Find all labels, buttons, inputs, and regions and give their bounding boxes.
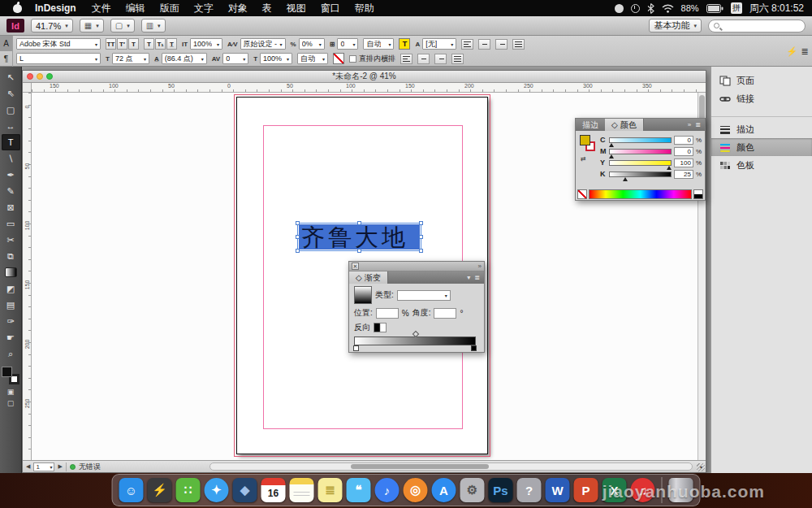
- dock-powerpoint[interactable]: P: [574, 478, 598, 502]
- align-right-button[interactable]: [495, 39, 508, 50]
- hand-tool[interactable]: ☛: [2, 329, 20, 345]
- case-group-2[interactable]: T: [128, 38, 139, 50]
- frame-handle[interactable]: [296, 221, 300, 225]
- channel-C-value[interactable]: 0: [674, 136, 693, 145]
- mojikumi-select[interactable]: 自动▾: [363, 38, 394, 50]
- close-panel-icon[interactable]: ✕: [352, 263, 359, 270]
- menu-file[interactable]: 文件: [84, 0, 119, 16]
- fill-stroke-proxy[interactable]: [2, 367, 19, 384]
- battery-icon[interactable]: [706, 4, 723, 13]
- swap-fill-stroke-icon[interactable]: ⇄: [581, 155, 586, 163]
- panel-menu-icon[interactable]: ≣: [474, 274, 480, 281]
- panel-menu-icon[interactable]: ▾: [467, 274, 470, 281]
- selection-tool[interactable]: ↖: [2, 69, 20, 85]
- status-app-icon[interactable]: [615, 4, 624, 13]
- channel-K-slider[interactable]: [609, 172, 672, 177]
- time-machine-icon[interactable]: [631, 4, 640, 13]
- apple-menu-icon[interactable]: [13, 4, 22, 13]
- frame-handle[interactable]: [296, 249, 300, 253]
- kerning-field[interactable]: 原始设定 -▾: [240, 38, 286, 50]
- screen-mode-button[interactable]: ▢▾: [110, 19, 135, 33]
- minimize-window-button[interactable]: [37, 73, 43, 80]
- scissors-tool[interactable]: ✂: [2, 232, 20, 248]
- menu-table[interactable]: 表: [255, 0, 279, 16]
- case-group-1[interactable]: T′: [117, 38, 127, 50]
- align-justify-button[interactable]: [451, 54, 464, 64]
- paragraph-formatting-mode[interactable]: ¶: [0, 51, 12, 67]
- ruler-origin-corner[interactable]: [23, 83, 32, 93]
- dock-stickies[interactable]: ≣: [318, 478, 343, 502]
- font-family-select[interactable]: Adobe 宋体 Std▾: [16, 38, 101, 50]
- zoom-level-select[interactable]: 41.7%▾: [31, 19, 73, 33]
- none-swatch[interactable]: [577, 189, 587, 199]
- kinsoku-select[interactable]: 自动▾: [297, 53, 328, 64]
- frame-handle[interactable]: [357, 221, 361, 225]
- horizontal-scroll-thumb[interactable]: [351, 464, 489, 469]
- gradient-panel-drag-bar[interactable]: ✕ »: [349, 262, 484, 271]
- next-page-button[interactable]: ▶: [58, 463, 62, 470]
- menu-type[interactable]: 文字: [187, 0, 221, 16]
- gradient-ramp[interactable]: [354, 336, 476, 345]
- case-group-0[interactable]: TT: [106, 38, 116, 50]
- channel-C-slider[interactable]: [609, 137, 672, 143]
- zoom-window-button[interactable]: [46, 73, 53, 80]
- page-tool[interactable]: ▢: [2, 102, 20, 118]
- panel-menu-icon[interactable]: ≣: [695, 121, 701, 128]
- line-tool[interactable]: ∖: [2, 150, 20, 167]
- menu-object[interactable]: 对象: [221, 0, 255, 16]
- channel-Y-value[interactable]: 100: [674, 158, 693, 167]
- first-page-button[interactable]: ◀: [26, 463, 30, 470]
- angle-input[interactable]: [434, 308, 456, 319]
- dock-system-preferences[interactable]: ⚙: [460, 478, 485, 502]
- arrange-documents-button[interactable]: ▥▾: [141, 19, 166, 33]
- color-fill-stroke-proxy[interactable]: ⇄: [579, 134, 597, 189]
- dock-safari[interactable]: ✦: [205, 478, 229, 502]
- text-frame[interactable]: 齐鲁大地: [297, 223, 421, 251]
- pen-tool[interactable]: ✒: [2, 167, 20, 183]
- menu-layout[interactable]: 版面: [153, 0, 187, 16]
- dock-utility-dark[interactable]: ⚡: [148, 478, 172, 502]
- quick-apply-icon[interactable]: ⚡: [786, 46, 797, 57]
- gradient-swatch-tool[interactable]: [5, 267, 17, 277]
- frame-text[interactable]: 齐鲁大地: [301, 225, 408, 250]
- free-transform-tool[interactable]: ⧉: [2, 248, 20, 264]
- vih-checkbox[interactable]: 直排内横排: [349, 54, 395, 64]
- window-resize-grip[interactable]: [697, 463, 705, 471]
- dock-item-pages[interactable]: 页面: [711, 72, 812, 89]
- reverse-gradient-icon[interactable]: [374, 323, 387, 332]
- apply-color-button[interactable]: ▣: [7, 388, 15, 396]
- menu-help[interactable]: 帮助: [348, 0, 382, 16]
- script-group-2[interactable]: T̲: [166, 38, 177, 50]
- bluetooth-icon[interactable]: [647, 3, 654, 14]
- gradient-stop-start[interactable]: [353, 345, 359, 351]
- align-justify-button[interactable]: [512, 39, 525, 50]
- menu-clock[interactable]: 周六 8:01:52: [749, 2, 804, 15]
- text-highlight-swatch[interactable]: T: [399, 38, 410, 50]
- menu-view[interactable]: 视图: [279, 0, 313, 16]
- rectangle-tool[interactable]: ▭: [2, 215, 20, 232]
- gradient-stop-end[interactable]: [471, 345, 477, 351]
- spectrum-ramp[interactable]: [589, 189, 692, 199]
- note-tool[interactable]: ▤: [2, 297, 20, 313]
- font-size-field[interactable]: 72 点▾: [112, 53, 149, 64]
- channel-Y-slider[interactable]: [609, 160, 672, 166]
- frame-handle[interactable]: [357, 249, 361, 253]
- frame-handle[interactable]: [296, 235, 300, 239]
- dock-item-color[interactable]: 颜色: [711, 138, 812, 156]
- tab-stroke[interactable]: 描边: [576, 119, 605, 131]
- preflight-status[interactable]: 无错误: [79, 462, 101, 472]
- dock-finder[interactable]: ☺: [119, 478, 144, 502]
- normal-view-mode-button[interactable]: ▢: [7, 399, 15, 407]
- rectangle-frame-tool[interactable]: ⊠: [2, 199, 20, 215]
- horizontal-ruler[interactable]: 15010050050100150200250300350: [32, 83, 706, 93]
- search-box[interactable]: [708, 20, 806, 33]
- white-black-swatches[interactable]: [693, 189, 703, 199]
- gradient-thumbnail[interactable]: [354, 286, 372, 304]
- close-window-button[interactable]: [27, 73, 33, 80]
- dock-calendar[interactable]: 16: [261, 478, 286, 502]
- frame-handle[interactable]: [419, 235, 423, 239]
- char-style-select[interactable]: [无]▾: [422, 38, 456, 50]
- direct-selection-tool[interactable]: ⇖: [2, 85, 20, 102]
- control-panel-menu-icon[interactable]: ≣: [801, 46, 809, 57]
- type-tool[interactable]: T: [2, 134, 20, 150]
